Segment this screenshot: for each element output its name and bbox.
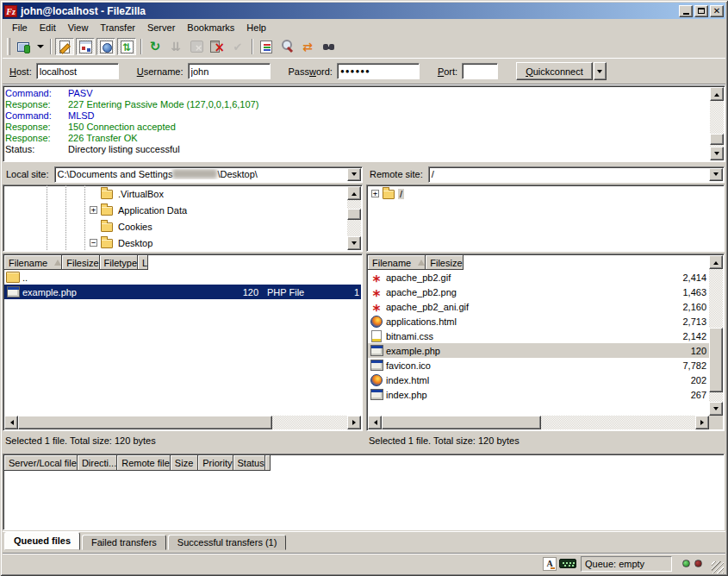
chevron-down-icon	[352, 172, 357, 178]
local-path-dropdown-button[interactable]	[347, 168, 361, 181]
queue-column-header[interactable]: Remote file	[117, 455, 171, 471]
queue-column-header[interactable]	[265, 455, 271, 471]
site-manager[interactable]	[14, 38, 33, 55]
maximize-button[interactable]	[694, 5, 708, 17]
queue-toggle[interactable]	[117, 38, 136, 55]
local-tree-toggle[interactable]	[76, 38, 95, 55]
tree-expander[interactable]	[371, 190, 379, 197]
close-button[interactable]: ✕	[710, 5, 724, 17]
file-row[interactable]: index.html 202	[368, 373, 709, 387]
separator	[249, 38, 255, 55]
queue-column-header[interactable]: Directi...	[78, 455, 117, 471]
local-list-scroll-right-button[interactable]	[347, 416, 361, 429]
column-header[interactable]: Filename	[368, 255, 426, 270]
queue-column-header[interactable]: Size	[171, 455, 198, 471]
port-label: Port:	[438, 66, 457, 77]
host-input[interactable]	[36, 63, 119, 79]
local-tree-scroll-down-button[interactable]	[347, 236, 361, 250]
synchronized-browsing[interactable]	[298, 38, 317, 55]
remote-list-scroll-down-button[interactable]	[709, 402, 723, 416]
local-path-combo[interactable]: C:\Documents and Settings\Desktop\	[54, 166, 363, 183]
local-tree-scroll-up-button[interactable]	[347, 186, 361, 200]
tree-item[interactable]: Application Data	[3, 202, 362, 218]
password-input[interactable]	[337, 63, 420, 79]
log-scroll-down-button[interactable]	[710, 147, 724, 160]
minimize-button[interactable]	[679, 5, 693, 17]
file-row[interactable]: applications.html 2,713	[368, 314, 709, 329]
file-row[interactable]: favicon.ico 7,782	[368, 358, 709, 373]
column-header[interactable]: Filename	[4, 255, 62, 270]
local-tree-scrollbar-thumb[interactable]	[347, 209, 361, 220]
column-header[interactable]: L	[138, 255, 148, 270]
column-header[interactable]: Filesize	[62, 255, 99, 270]
local-list-scroll-left-button[interactable]	[4, 416, 18, 429]
reconnect[interactable]	[228, 38, 247, 55]
tree-expander[interactable]	[90, 239, 97, 247]
queue-tab[interactable]: Failed transfers	[82, 535, 166, 550]
log-scroll-up-button[interactable]	[710, 87, 724, 101]
tree-item[interactable]: Cookies	[3, 218, 362, 235]
port-input[interactable]	[462, 63, 498, 79]
site-manager-dropdown[interactable]	[34, 38, 46, 55]
disconnect[interactable]	[208, 38, 227, 55]
remote-path-combo[interactable]: /	[428, 166, 725, 183]
resize-grip[interactable]	[712, 561, 724, 573]
log-line-label: Command:	[5, 88, 68, 99]
message-log-toggle[interactable]	[55, 38, 74, 55]
tree-item[interactable]: .VirtualBox	[3, 185, 362, 202]
process-queue[interactable]	[166, 38, 185, 55]
file-row[interactable]: apache_pb2.png 1,463	[368, 285, 709, 299]
menu-item[interactable]: View	[62, 21, 95, 34]
chevron-down-icon	[713, 172, 719, 178]
tree-item[interactable]: Desktop	[3, 235, 362, 251]
title-bar[interactable]: Fz john@localhost - FileZilla ✕	[3, 3, 725, 19]
username-input[interactable]	[188, 63, 271, 79]
file-row[interactable]: example.php 120	[368, 343, 709, 358]
tree-item[interactable]: /	[367, 185, 724, 202]
quickconnect-button[interactable]: Quickconnect	[516, 62, 593, 80]
remote-tree-toggle[interactable]	[96, 38, 115, 55]
file-row[interactable]: example.php 120 PHP File 1	[4, 285, 361, 299]
tree-expander[interactable]	[90, 206, 97, 214]
local-tree: .VirtualBox Application Data Cookies	[3, 185, 363, 252]
menu-item[interactable]: Transfer	[94, 21, 141, 34]
file-icon	[370, 329, 383, 342]
log-line-text: PASV	[68, 88, 93, 99]
activity-led-send	[682, 560, 690, 567]
file-name: apache_pb2.png	[386, 287, 457, 297]
menu-item[interactable]: Edit	[34, 21, 62, 34]
queue-tab[interactable]: Successful transfers (1)	[168, 535, 287, 550]
remote-list-hscroll-thumb[interactable]	[382, 416, 541, 429]
column-header[interactable]: Filetype	[100, 255, 139, 270]
find-files[interactable]	[319, 38, 338, 55]
cancel-transfer[interactable]	[187, 38, 206, 55]
quickconnect-dropdown-button[interactable]	[594, 62, 607, 80]
refresh[interactable]	[146, 38, 165, 55]
menu-item[interactable]: File	[6, 21, 34, 34]
directory-comparison[interactable]	[277, 38, 296, 55]
local-list-hscroll-thumb[interactable]	[18, 416, 272, 429]
file-row[interactable]: ..	[4, 270, 361, 285]
remote-path-dropdown-button[interactable]	[709, 168, 723, 181]
menu-item[interactable]: Bookmarks	[181, 21, 240, 34]
column-header[interactable]: Filesize	[426, 255, 463, 270]
remote-list-vscroll-thumb[interactable]	[709, 328, 723, 392]
remote-list-scroll-right-button[interactable]	[695, 416, 709, 429]
remote-file-list: Filename Filesize apache_pb2.gif 2,414 a…	[366, 254, 725, 431]
remote-list-scroll-up-button[interactable]	[709, 255, 723, 269]
queue-tab[interactable]: Queued files	[4, 532, 80, 550]
file-row[interactable]: apache_pb2_ani.gif 2,160	[368, 299, 709, 314]
file-row[interactable]: index.php 267	[368, 387, 709, 402]
filter[interactable]	[257, 38, 276, 55]
remote-tree: /	[366, 185, 725, 252]
menu-item[interactable]: Server	[141, 21, 181, 34]
file-row[interactable]: apache_pb2.gif 2,414	[368, 270, 709, 285]
queue-column-header[interactable]: Priority	[198, 455, 233, 471]
remote-list-scroll-left-button[interactable]	[368, 416, 382, 429]
file-row[interactable]: bitnami.css 2,142	[368, 329, 709, 343]
menu-item[interactable]: Help	[240, 21, 272, 34]
queue-column-header[interactable]: Status	[233, 455, 265, 471]
file-name: apache_pb2_ani.gif	[386, 302, 469, 312]
queue-column-header[interactable]: Server/Local file	[4, 455, 78, 471]
log-scrollbar-thumb[interactable]	[710, 134, 724, 145]
